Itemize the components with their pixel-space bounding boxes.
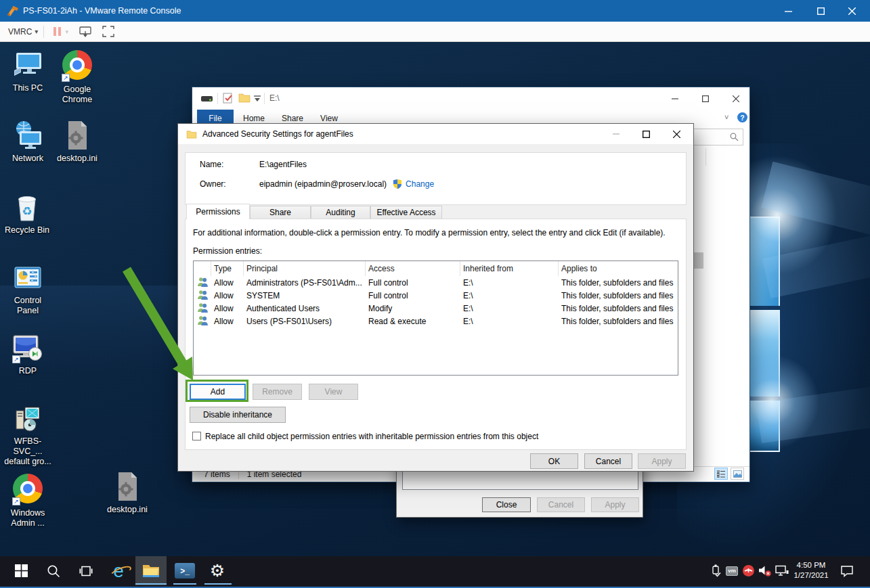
suspend-button[interactable] (53, 27, 61, 36)
table-row[interactable]: Allow Authenticated Users Modify E:\ Thi… (194, 302, 678, 315)
search-input[interactable] (687, 129, 743, 145)
taskbar-explorer-button[interactable] (135, 556, 167, 585)
change-owner-link[interactable]: Change (406, 179, 434, 189)
apply-button: Apply (638, 453, 686, 469)
cell-access: Read & execute (366, 317, 460, 326)
svg-text:♻: ♻ (22, 204, 32, 218)
fullscreen-icon[interactable] (102, 26, 114, 37)
minimize-button[interactable] (772, 0, 804, 22)
users-icon (197, 290, 209, 300)
network-tray-icon[interactable] (774, 556, 790, 585)
header-type[interactable]: Type (211, 261, 244, 276)
explorer-running-indicator (135, 583, 167, 585)
desktop-icon-desktop-ini[interactable]: desktop.ini (51, 119, 103, 164)
desktop-icon-network[interactable]: Network (2, 119, 53, 164)
trend-micro-tray-icon[interactable] (741, 556, 756, 585)
taskbar-search-button[interactable] (38, 556, 69, 585)
maximize-button[interactable] (804, 0, 837, 22)
replace-permissions-label[interactable]: Replace all child object permission entr… (205, 432, 666, 441)
explorer-minimize-button[interactable] (659, 87, 690, 110)
qat-divider (264, 93, 265, 104)
cancel-button[interactable]: Cancel (584, 453, 632, 469)
taskbar-clock[interactable]: 4:50 PM 1/27/2021 (789, 560, 833, 581)
help-icon[interactable]: ? (737, 112, 747, 122)
tab-permissions[interactable]: Permissions (186, 204, 250, 219)
dialog-close-button[interactable] (661, 124, 692, 144)
desktop-icon-label: desktop.ini (102, 505, 153, 515)
owner-row: Owner: eipadmin (eipadmin@proserv.local)… (200, 179, 674, 189)
tab-auditing[interactable]: Auditing (311, 206, 370, 219)
name-value: E:\agentFiles (259, 160, 307, 169)
disable-inheritance-button[interactable]: Disable inheritance (190, 407, 286, 423)
thumbnail-view-icon (733, 470, 742, 478)
thumbnail-view-toggle[interactable] (731, 468, 744, 480)
owner-label: Owner: (200, 179, 259, 189)
suspend-dropdown-icon[interactable]: ▾ (65, 28, 68, 35)
header-inherited-from[interactable]: Inherited from (460, 261, 559, 276)
internet-explorer-icon: e (113, 562, 124, 581)
action-center-button[interactable] (838, 556, 856, 585)
taskbar-settings-button[interactable]: ⚙ (202, 556, 233, 585)
table-header-row: Type Principal Access Inherited from App… (194, 261, 678, 276)
powershell-running-indicator (173, 583, 196, 585)
cell-type: Allow (211, 291, 244, 300)
explorer-maximize-button[interactable] (690, 87, 720, 110)
table-row[interactable]: Allow Users (PS-FS01\Users) Read & execu… (194, 315, 678, 327)
ok-button[interactable]: OK (530, 453, 578, 469)
cell-principal: Users (PS-FS01\Users) (244, 317, 366, 326)
properties-close-button[interactable]: Close (482, 497, 531, 512)
vmrc-menu-button[interactable]: VMRC ▾ (8, 27, 38, 37)
taskbar-ie-button[interactable]: e (103, 556, 134, 585)
volume-muted-tray-icon[interactable] (756, 556, 773, 585)
column-divider (705, 148, 706, 166)
desktop-icon-windows-admin[interactable]: ↗ Windows Admin ... (2, 472, 53, 528)
qat-checkmark-icon[interactable] (223, 92, 234, 104)
replace-permissions-checkbox[interactable] (192, 432, 201, 440)
cell-inherited-from: E:\ (460, 291, 559, 300)
search-icon (730, 133, 739, 141)
cell-inherited-from: E:\ (460, 317, 559, 326)
cell-type: Allow (211, 304, 244, 313)
chrome-shortcut-icon: ↗ (12, 474, 44, 506)
table-row[interactable]: Allow SYSTEM Full control E:\ This folde… (194, 289, 678, 302)
usb-tray-icon[interactable] (708, 556, 723, 585)
qat-customize-icon[interactable] (254, 95, 261, 101)
header-access[interactable]: Access (366, 261, 460, 276)
start-button[interactable] (5, 556, 37, 585)
header-principal[interactable]: Principal (244, 261, 366, 276)
shortcut-arrow-icon: ↗ (12, 355, 20, 363)
desktop-icon-control-panel[interactable]: Control Panel (2, 261, 53, 316)
qat-divider (217, 93, 218, 104)
desktop-icon-recycle-bin[interactable]: ♻ Recycle Bin (1, 191, 53, 235)
header-applies-to[interactable]: Applies to (559, 261, 678, 276)
vmware-logo-icon (7, 5, 20, 17)
vmrc-screen: PS-FS01-2iAh - VMware Remote Console VMR… (0, 0, 870, 588)
task-view-button[interactable] (70, 556, 102, 585)
send-ctrl-alt-del-icon[interactable] (79, 26, 93, 37)
desktop-icon-rdp[interactable]: ↗ RDP (2, 332, 53, 376)
details-view-toggle[interactable] (714, 468, 728, 480)
vmware-tools-tray-icon[interactable]: vm (724, 556, 739, 585)
advanced-security-dialog: Advanced Security Settings for agentFile… (177, 123, 694, 472)
cell-inherited-from: E:\ (460, 304, 559, 313)
cell-principal: SYSTEM (244, 291, 366, 300)
explorer-close-button[interactable] (720, 87, 751, 110)
qat-drive-icon[interactable] (201, 95, 213, 103)
desktop-icon-wfbs-installer[interactable]: WFBS-SVC_... default gro... (2, 402, 53, 467)
window-title: PS-FS01-2iAh - VMware Remote Console (23, 6, 181, 16)
desktop-icon-this-pc[interactable]: This PC (2, 49, 53, 93)
close-button[interactable] (835, 0, 868, 22)
dialog-maximize-button[interactable] (631, 124, 661, 144)
qat-folder-icon[interactable] (238, 93, 251, 103)
scrollbar-thumb[interactable] (693, 252, 703, 269)
table-row[interactable]: Allow Administrators (PS-FS01\Adm... Ful… (194, 276, 678, 289)
tab-effective-access[interactable]: Effective Access (370, 206, 442, 219)
ribbon-collapse-icon[interactable]: ˅ (724, 113, 728, 121)
permission-entries-table[interactable]: Type Principal Access Inherited from App… (193, 261, 678, 376)
desktop-icon-google-chrome[interactable]: ↗ Google Chrome (51, 49, 103, 105)
annotation-highlight-box (186, 380, 248, 402)
tab-share[interactable]: Share (250, 206, 311, 219)
desktop-icon-desktop-ini-2[interactable]: desktop.ini (102, 470, 153, 515)
taskbar-powershell-button[interactable]: >_ (169, 556, 200, 585)
vm-badge: vm (726, 566, 738, 576)
